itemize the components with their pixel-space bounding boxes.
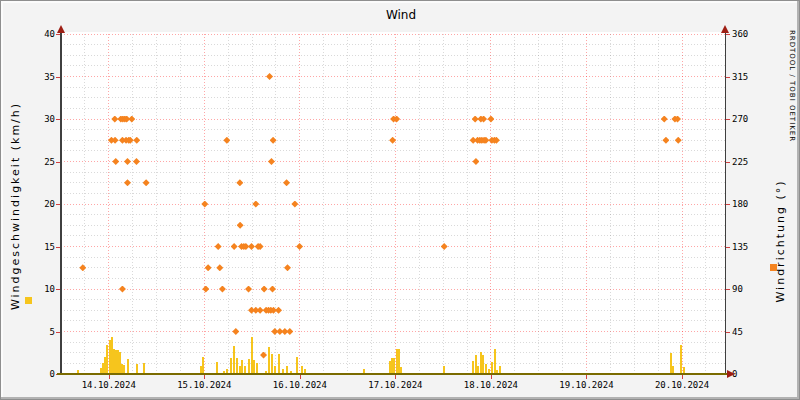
axis-tick bbox=[491, 374, 492, 379]
y-tick-label-right: 315 bbox=[732, 72, 762, 82]
axis-arrow-right-icon bbox=[727, 370, 735, 378]
speed-bar bbox=[393, 358, 395, 374]
grid-line-minor bbox=[323, 34, 324, 374]
grid-line-major bbox=[586, 34, 587, 374]
y-tick-label-right: 360 bbox=[732, 29, 762, 39]
speed-bar bbox=[278, 354, 280, 374]
grid-line-minor bbox=[658, 34, 659, 374]
y-tick-label-right: 270 bbox=[732, 114, 762, 124]
rrdtool-watermark: RRDTOOL / TOBI OETIKER bbox=[788, 30, 796, 142]
grid-line-minor bbox=[61, 342, 725, 343]
x-tick-label: 18.10.2024 bbox=[459, 380, 523, 390]
speed-bar bbox=[236, 358, 238, 374]
grid-line-minor bbox=[61, 320, 725, 321]
axis-tick bbox=[300, 374, 301, 379]
x-tick-label: 14.10.2024 bbox=[77, 380, 141, 390]
axis-bottom bbox=[57, 373, 728, 375]
grid-line-minor bbox=[61, 44, 725, 45]
y-tick-label-right: 45 bbox=[732, 327, 762, 337]
grid-line-minor bbox=[61, 193, 725, 194]
y-tick-label-left: 0 bbox=[29, 369, 55, 379]
y-tick-label-left: 35 bbox=[29, 72, 55, 82]
grid-line-major bbox=[61, 76, 725, 77]
grid-line-minor bbox=[61, 214, 725, 215]
grid-line-minor bbox=[419, 34, 420, 374]
speed-bar bbox=[482, 355, 484, 374]
y-tick-label-left: 40 bbox=[29, 29, 55, 39]
grid-line-minor bbox=[514, 34, 515, 374]
speed-bar bbox=[296, 357, 298, 374]
grid-line-minor bbox=[61, 87, 725, 88]
grid-line-minor bbox=[61, 65, 725, 66]
speed-bar bbox=[253, 360, 255, 374]
speed-bar bbox=[202, 357, 204, 374]
grid-line-major bbox=[108, 34, 109, 374]
grid-line-minor bbox=[61, 235, 725, 236]
grid-line-minor bbox=[61, 299, 725, 300]
grid-line-minor bbox=[61, 352, 725, 353]
legend-direction-marker bbox=[770, 264, 777, 271]
y-tick-label-right: 135 bbox=[732, 242, 762, 252]
x-tick-label: 16.10.2024 bbox=[268, 380, 332, 390]
speed-bar bbox=[127, 359, 129, 374]
axis-tick bbox=[682, 374, 683, 379]
grid-line-minor bbox=[443, 34, 444, 374]
grid-line-minor bbox=[61, 225, 725, 226]
right-axis-title: Windrichtung (°) bbox=[774, 179, 787, 302]
x-tick-label: 19.10.2024 bbox=[554, 380, 618, 390]
grid-line-minor bbox=[610, 34, 611, 374]
grid-line-minor bbox=[132, 34, 133, 374]
y-tick-label-left: 20 bbox=[29, 199, 55, 209]
grid-line-major bbox=[682, 34, 683, 374]
grid-line-minor bbox=[538, 34, 539, 374]
legend-speed-marker bbox=[25, 297, 32, 304]
chart-title: Wind bbox=[1, 8, 800, 22]
grid-line-minor bbox=[61, 129, 725, 130]
y-tick-label-left: 15 bbox=[29, 242, 55, 252]
grid-line-minor bbox=[61, 150, 725, 151]
y-tick-label-right: 225 bbox=[732, 157, 762, 167]
speed-bar bbox=[233, 346, 235, 374]
y-tick-label-right: 90 bbox=[732, 284, 762, 294]
grid-line-major bbox=[61, 34, 725, 35]
x-tick-label: 15.10.2024 bbox=[172, 380, 236, 390]
grid-line-minor bbox=[562, 34, 563, 374]
grid-line-minor bbox=[705, 34, 706, 374]
grid-line-minor bbox=[61, 108, 725, 109]
axis-tick bbox=[109, 374, 110, 379]
axis-tick bbox=[204, 374, 205, 379]
speed-bar bbox=[230, 358, 232, 374]
grid-line-minor bbox=[61, 267, 725, 268]
grid-line-minor bbox=[61, 172, 725, 173]
y-tick-label-left: 25 bbox=[29, 157, 55, 167]
grid-line-minor bbox=[634, 34, 635, 374]
speed-bar bbox=[241, 360, 243, 374]
chart-frame: Wind Windgeschwindigkeit (km/h) Windrich… bbox=[0, 0, 800, 400]
speed-bar bbox=[268, 347, 270, 374]
grid-line-minor bbox=[61, 310, 725, 311]
grid-line-major bbox=[61, 161, 725, 162]
speed-bar bbox=[680, 345, 682, 374]
y-tick-label-right: 0 bbox=[732, 369, 762, 379]
grid-line-minor bbox=[156, 34, 157, 374]
left-axis-title: Windgeschwindigkeit (km/h) bbox=[9, 102, 22, 310]
axis-arrow-up-icon bbox=[57, 25, 65, 33]
grid-line-minor bbox=[61, 97, 725, 98]
axis-arrow-up-icon bbox=[721, 25, 729, 33]
grid-line-major bbox=[490, 34, 491, 374]
grid-line-major bbox=[61, 246, 725, 247]
grid-line-minor bbox=[84, 34, 85, 374]
grid-line-minor bbox=[61, 278, 725, 279]
grid-line-minor bbox=[371, 34, 372, 374]
grid-line-minor bbox=[61, 182, 725, 183]
grid-line-major bbox=[61, 204, 725, 205]
y-tick-label-left: 5 bbox=[29, 327, 55, 337]
speed-bar bbox=[271, 354, 273, 374]
x-tick-label: 17.10.2024 bbox=[363, 380, 427, 390]
grid-line-minor bbox=[275, 34, 276, 374]
axis-left bbox=[60, 27, 62, 374]
grid-line-minor bbox=[61, 55, 725, 56]
grid-line-major bbox=[299, 34, 300, 374]
axis-tick bbox=[586, 374, 587, 379]
y-tick-label-left: 30 bbox=[29, 114, 55, 124]
